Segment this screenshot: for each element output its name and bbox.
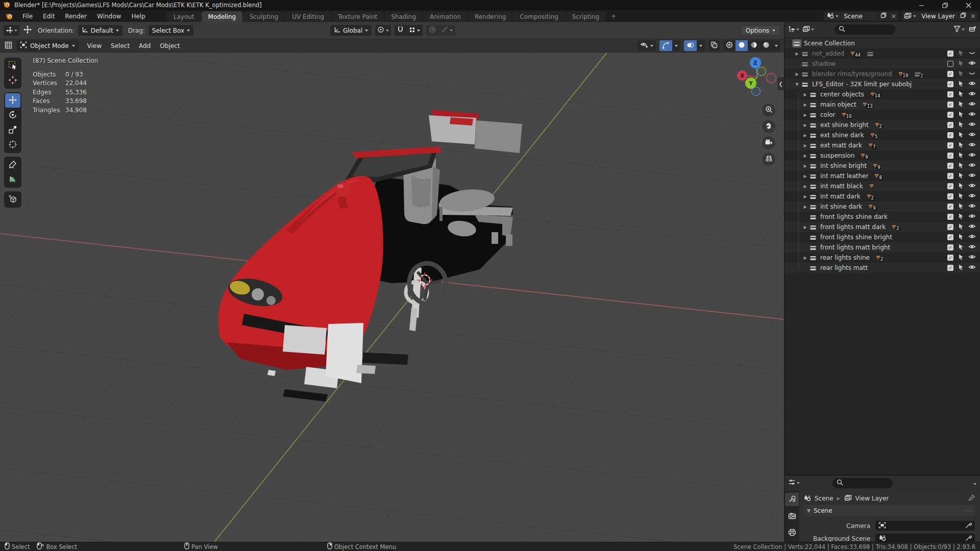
tab-shading[interactable]: Shading [384,11,423,22]
outliner-row-suspension[interactable]: ▶suspension9✓ [785,151,980,161]
overlays-dropdown[interactable] [697,40,705,51]
properties-tab-render[interactable] [785,510,799,523]
selectable-toggle-icon[interactable] [958,152,964,160]
expand-arrow-icon[interactable]: ▼ [794,82,800,87]
selectable-toggle-icon[interactable] [958,49,964,58]
expand-arrow-icon[interactable]: ▶ [802,184,808,189]
mode-dropdown[interactable]: Object Mode [16,40,79,51]
properties-options-dropdown[interactable] [973,480,976,487]
selectable-toggle-icon[interactable] [958,233,964,242]
exclude-checkbox[interactable]: ✓ [947,102,953,108]
expand-arrow-icon[interactable]: ▶ [802,174,808,179]
visibility-eye-icon[interactable] [968,50,976,57]
outliner-row-int-matt-black[interactable]: ▶int matt black✓ [785,181,980,191]
view-layer-name[interactable]: View Layer [919,12,958,21]
new-view-layer-button[interactable] [958,12,968,21]
outliner-row-shadow[interactable]: shadow [785,59,980,69]
exclude-checkbox[interactable]: ✓ [947,81,953,87]
outliner-row-int-shine-dark[interactable]: ▶int shine dark9✓ [785,202,980,212]
tool-select-box-button[interactable] [5,59,20,73]
exclude-checkbox[interactable]: ✓ [947,91,953,97]
tab-uv-editing[interactable]: UV Editing [285,11,331,22]
tool-annotate-button[interactable] [5,158,20,172]
exclude-checkbox[interactable]: ✓ [947,173,953,179]
orientation-dropdown[interactable]: Default [78,25,122,36]
outliner-row-rear-lights-matt[interactable]: rear lights matt✓ [785,263,980,273]
sidebar-collapse-arrow[interactable]: ❮ [777,77,784,90]
scene-panel-header[interactable]: ▼ Scene ∷∷ [803,505,975,516]
expand-arrow-icon[interactable]: ▶ [802,256,808,260]
add-workspace-button[interactable]: + [606,10,621,22]
selectable-toggle-icon[interactable] [958,70,964,79]
pan-button[interactable] [762,120,775,133]
outliner-row-rear-lights-shine[interactable]: ▶rear lights shine2✓ [785,253,980,263]
tool-scale-button[interactable] [5,123,20,137]
drag-dropdown[interactable]: Select Box [149,25,193,36]
outliner-filter-button[interactable] [953,26,965,34]
outliner-row-int-shine-bright[interactable]: ▶int shine bright9✓ [785,161,980,171]
visibility-eye-icon[interactable] [968,193,976,200]
exclude-checkbox[interactable]: ✓ [947,224,953,230]
outliner-row-lfs-editor-32k-limit-per-subobj[interactable]: ▼LFS_Editor - 32K limit per subobj✓ [785,79,980,89]
exclude-checkbox[interactable]: ✓ [947,234,953,240]
visibility-eye-icon[interactable] [968,162,976,169]
selectable-toggle-icon[interactable] [958,131,964,140]
outliner-row-scene-collection[interactable]: Scene Collection [785,38,980,48]
exclude-checkbox[interactable]: ✓ [947,132,953,138]
tab-rendering[interactable]: Rendering [468,11,512,22]
exclude-checkbox[interactable]: ✓ [947,193,953,199]
tab-layout[interactable]: Layout [167,11,201,22]
new-scene-button[interactable] [878,12,888,21]
selectable-toggle-icon[interactable] [958,254,964,262]
breadcrumb-scene[interactable]: Scene [815,495,834,502]
editor-type-icon[interactable] [5,41,12,51]
exclude-checkbox[interactable] [947,61,953,67]
outliner-editor-type-button[interactable] [788,26,799,34]
exclude-checkbox[interactable]: ✓ [947,163,953,169]
expand-arrow-icon[interactable]: ▶ [802,143,808,148]
visibility-eye-icon[interactable] [968,101,976,108]
tool-cursor-button[interactable] [5,73,20,88]
expand-arrow-icon[interactable]: ▶ [802,103,808,107]
exclude-checkbox[interactable]: ✓ [947,153,953,159]
tab-texture-paint[interactable]: Texture Paint [331,11,384,22]
exclude-checkbox[interactable]: ✓ [947,204,953,210]
visibility-eye-icon[interactable] [968,203,976,210]
visibility-eye-icon[interactable] [968,213,976,220]
viewport-menu-select[interactable]: Select [106,42,134,49]
shading-material-button[interactable] [748,40,760,51]
tab-compositing[interactable]: Compositing [513,11,565,22]
menu-help[interactable]: Help [126,10,150,22]
visibility-eye-icon[interactable] [968,121,976,129]
selectable-toggle-icon[interactable] [958,223,964,232]
browse-scene-button[interactable] [824,12,841,21]
exclude-checkbox[interactable]: ✓ [947,265,953,271]
selectable-toggle-icon[interactable] [958,162,964,170]
expand-arrow-icon[interactable]: ▶ [802,123,808,128]
tool-add-cube-button[interactable] [5,192,20,207]
pin-icon[interactable] [968,494,975,503]
close-button[interactable] [957,0,980,10]
expand-arrow-icon[interactable]: ▶ [794,72,800,77]
tab-modeling[interactable]: Modeling [202,11,243,22]
show-object-types-dropdown[interactable] [638,40,656,51]
outliner-row-int-matt-dark[interactable]: ▶int matt dark2✓ [785,191,980,202]
snap-with-dropdown[interactable] [406,25,423,36]
restore-button[interactable] [933,0,957,10]
visibility-eye-icon[interactable] [968,183,976,190]
exclude-checkbox[interactable]: ✓ [947,244,953,251]
properties-tab-tool[interactable] [785,493,799,506]
visibility-eye-icon[interactable] [968,81,976,88]
expand-arrow-icon[interactable]: ▶ [802,164,808,168]
outliner-row-int-matt-leather[interactable]: ▶int matt leather8✓ [785,171,980,181]
unlink-scene-button[interactable]: ✕ [888,12,898,21]
exclude-checkbox[interactable]: ✓ [947,255,953,261]
menu-file[interactable]: File [17,10,38,22]
selectable-toggle-icon[interactable] [958,243,964,252]
expand-arrow-icon[interactable]: ▶ [802,205,808,209]
gizmos-dropdown[interactable] [672,40,680,51]
outliner-row-ext-shine-bright[interactable]: ▶ext shine bright2✓ [785,120,980,130]
tab-animation[interactable]: Animation [423,11,468,22]
selectable-toggle-icon[interactable] [958,80,964,89]
proportional-falloff-dropdown[interactable] [438,25,455,36]
